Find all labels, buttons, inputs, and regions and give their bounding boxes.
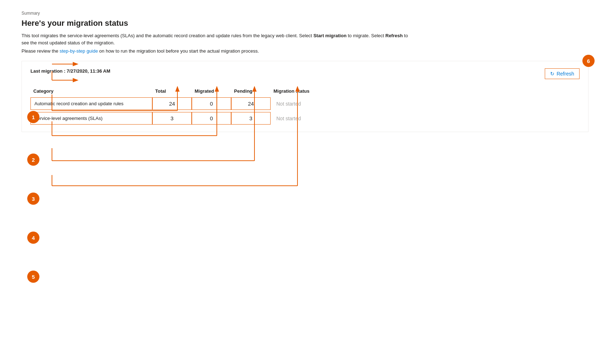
migration-table: Category Total Migrated Pending Migratio… (30, 86, 580, 125)
page-title: Here's your migration status (22, 19, 588, 28)
col-migrated-header: Migrated (192, 86, 231, 96)
row2-pending: 3 (231, 112, 271, 125)
col-total-header: Total (152, 86, 192, 96)
row1-status: Not started (271, 97, 342, 110)
row2-total: 3 (152, 112, 192, 125)
last-migration-label: Last migration : 7/27/2020, 11:36 AM (30, 68, 110, 74)
refresh-button[interactable]: ↻ Refresh (545, 68, 580, 79)
row1-category: Automatic record creation and update rul… (30, 97, 152, 110)
annotation-2: 2 (27, 154, 39, 166)
annotation-4: 4 (27, 232, 39, 244)
row2-category: Service-level agreements (SLAs) (30, 112, 152, 125)
table-row: Automatic record creation and update rul… (30, 97, 580, 110)
step-by-step-link[interactable]: step-by-step guide (59, 48, 98, 54)
breadcrumb: Summary (22, 11, 588, 16)
col-pending-header: Pending (231, 86, 271, 96)
refresh-icon: ↻ (550, 71, 554, 77)
row2-migrated: 0 (192, 112, 231, 125)
step-guide-text: Please review the step-by-step guide on … (22, 48, 588, 54)
row2-status: Not started (271, 112, 342, 125)
card-header: Last migration : 7/27/2020, 11:36 AM ↻ R… (30, 68, 580, 79)
annotation-1: 1 (27, 111, 39, 123)
row1-pending: 24 (231, 97, 271, 110)
annotation-5: 5 (27, 271, 39, 283)
row1-total: 24 (152, 97, 192, 110)
table-row: Service-level agreements (SLAs) 3 0 3 No… (30, 112, 580, 125)
annotation-6: 6 (582, 55, 595, 67)
annotation-3: 3 (27, 193, 39, 205)
description-text: This tool migrates the service-level agr… (22, 32, 416, 46)
row1-migrated: 0 (192, 97, 231, 110)
migration-card: Last migration : 7/27/2020, 11:36 AM ↻ R… (22, 61, 588, 132)
table-header: Category Total Migrated Pending Migratio… (30, 86, 580, 96)
col-category-header: Category (30, 86, 152, 96)
col-status-header: Migration status (271, 86, 342, 96)
